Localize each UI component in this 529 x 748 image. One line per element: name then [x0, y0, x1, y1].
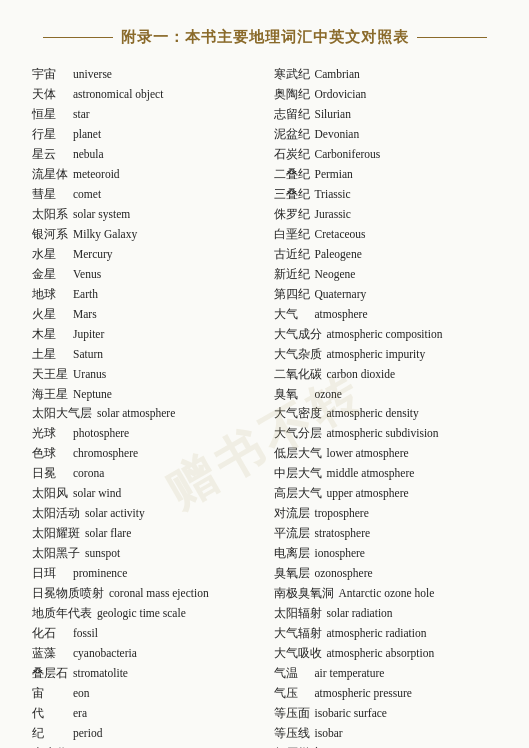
list-item: 恒星star [32, 105, 256, 124]
en-term: Mercury [73, 245, 113, 264]
en-term: geologic time scale [97, 604, 186, 623]
list-item: 气温air temperature [274, 664, 498, 683]
list-item: 金星Venus [32, 265, 256, 284]
zh-term: 日冕物质喷射 [32, 584, 104, 603]
en-term: Paleozoic [73, 744, 118, 748]
list-item: 海王星Neptune [32, 385, 256, 404]
list-item: 宇宙universe [32, 65, 256, 84]
list-item: 太阳黑子sunspot [32, 544, 256, 563]
list-item: 宙eon [32, 684, 256, 703]
en-term: air temperature [315, 664, 385, 683]
zh-term: 气压梯度 [274, 744, 322, 748]
en-term: era [73, 704, 87, 723]
list-item: 古近纪Paleogene [274, 245, 498, 264]
en-term: corona [73, 464, 104, 483]
list-item: 等压面isobaric surface [274, 704, 498, 723]
en-term: Antarctic ozone hole [339, 584, 435, 603]
zh-term: 代 [32, 704, 68, 723]
list-item: 古生代Paleozoic [32, 744, 256, 748]
en-term: isobaric surface [315, 704, 387, 723]
list-item: 彗星comet [32, 185, 256, 204]
zh-term: 古生代 [32, 744, 68, 748]
zh-term: 海王星 [32, 385, 68, 404]
en-term: period [73, 724, 102, 743]
en-term: Uranus [73, 365, 106, 384]
en-term: Jupiter [73, 325, 104, 344]
en-term: solar atmosphere [97, 404, 175, 423]
en-term: atmospheric pressure [315, 684, 412, 703]
zh-term: 大气 [274, 305, 310, 324]
en-term: astronomical object [73, 85, 163, 104]
list-item: 臭氧层ozonosphere [274, 564, 498, 583]
zh-term: 大气成分 [274, 325, 322, 344]
zh-term: 大气辐射 [274, 624, 322, 643]
zh-term: 光球 [32, 424, 68, 443]
en-term: Cambrian [315, 65, 360, 84]
en-term: atmospheric absorption [327, 644, 435, 663]
zh-term: 蓝藻 [32, 644, 68, 663]
en-term: coronal mass ejection [109, 584, 209, 603]
zh-term: 太阳风 [32, 484, 68, 503]
en-term: upper atmosphere [327, 484, 409, 503]
en-term: chromosphere [73, 444, 138, 463]
page: 赠书不转 附录一：本书主要地理词汇中英文对照表 宇宙universe天体astr… [0, 0, 529, 748]
list-item: 太阳大气层solar atmosphere [32, 404, 256, 423]
zh-term: 泥盆纪 [274, 125, 310, 144]
en-term: Devonian [315, 125, 360, 144]
zh-term: 太阳系 [32, 205, 68, 224]
en-term: Permian [315, 165, 353, 184]
zh-term: 木星 [32, 325, 68, 344]
list-item: 太阳耀斑solar flare [32, 524, 256, 543]
zh-term: 等压线 [274, 724, 310, 743]
list-item: 臭氧ozone [274, 385, 498, 404]
zh-term: 纪 [32, 724, 68, 743]
zh-term: 化石 [32, 624, 68, 643]
zh-term: 宇宙 [32, 65, 68, 84]
list-item: 星云nebula [32, 145, 256, 164]
zh-term: 日冕 [32, 464, 68, 483]
zh-term: 太阳黑子 [32, 544, 80, 563]
list-item: 平流层stratosphere [274, 524, 498, 543]
zh-term: 行星 [32, 125, 68, 144]
zh-term: 气温 [274, 664, 310, 683]
zh-term: 银河系 [32, 225, 68, 244]
en-term: comet [73, 185, 101, 204]
en-term: Triassic [315, 185, 351, 204]
zh-term: 天体 [32, 85, 68, 104]
list-item: 代era [32, 704, 256, 723]
list-item: 水星Mercury [32, 245, 256, 264]
zh-term: 三叠纪 [274, 185, 310, 204]
en-term: cyanobacteria [73, 644, 137, 663]
title-row: 附录一：本书主要地理词汇中英文对照表 [32, 28, 497, 47]
list-item: 太阳系solar system [32, 205, 256, 224]
en-term: stratosphere [315, 524, 371, 543]
en-term: lower atmosphere [327, 444, 409, 463]
zh-term: 高层大气 [274, 484, 322, 503]
list-item: 太阳辐射solar radiation [274, 604, 498, 623]
list-item: 石炭纪Carboniferous [274, 145, 498, 164]
en-term: solar radiation [327, 604, 393, 623]
en-term: atmosphere [315, 305, 368, 324]
right-column: 寒武纪Cambrian奥陶纪Ordovician志留纪Silurian泥盆纪De… [274, 65, 498, 748]
en-term: solar activity [85, 504, 145, 523]
list-item: 白垩纪Cretaceous [274, 225, 498, 244]
zh-term: 奥陶纪 [274, 85, 310, 104]
list-item: 大气杂质atmospheric impurity [274, 345, 498, 364]
list-item: 大气atmosphere [274, 305, 498, 324]
list-item: 纪period [32, 724, 256, 743]
list-item: 地质年代表geologic time scale [32, 604, 256, 623]
zh-term: 平流层 [274, 524, 310, 543]
left-column: 宇宙universe天体astronomical object恒星star行星p… [32, 65, 256, 748]
en-term: solar system [73, 205, 130, 224]
zh-term: 太阳辐射 [274, 604, 322, 623]
en-term: Milky Galaxy [73, 225, 137, 244]
list-item: 等压线isobar [274, 724, 498, 743]
en-term: Carboniferous [315, 145, 381, 164]
zh-term: 侏罗纪 [274, 205, 310, 224]
list-item: 第四纪Quaternary [274, 285, 498, 304]
list-item: 寒武纪Cambrian [274, 65, 498, 84]
zh-term: 等压面 [274, 704, 310, 723]
list-item: 光球photosphere [32, 424, 256, 443]
zh-term: 电离层 [274, 544, 310, 563]
zh-term: 南极臭氧洞 [274, 584, 334, 603]
